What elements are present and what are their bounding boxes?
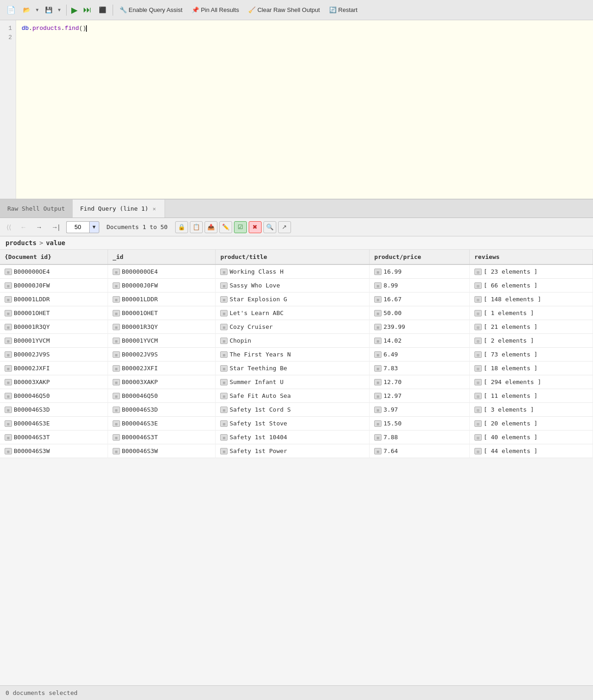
cell-doc-icon: ⊞	[374, 434, 382, 441]
page-size-input[interactable]	[66, 221, 89, 233]
table-cell-reviews: ⊟[ 21 elements ]	[470, 320, 593, 334]
table-row[interactable]: ⊞B000046S3W⊞B000046S3W⊞Safety 1st Power⊞…	[0, 444, 593, 458]
table-cell: ⊞B000046S3T	[0, 430, 108, 444]
frame-button[interactable]: ⬛	[95, 5, 110, 15]
edit-button[interactable]: ✏️	[219, 221, 232, 233]
col-header-docid[interactable]: {Document id}	[0, 250, 108, 264]
nav-prev-button[interactable]: ←	[17, 223, 29, 232]
table-row[interactable]: ⊞B00003XAKP⊞B00003XAKP⊞Summer Infant U⊞1…	[0, 375, 593, 389]
cell-doc-icon: ⊞	[220, 393, 228, 399]
cell-doc-icon: ⊞	[220, 269, 228, 275]
open-button[interactable]: 📂	[20, 5, 33, 15]
cell-doc-icon: ⊞	[5, 324, 12, 330]
table-row[interactable]: ⊞B00001LDDR⊞B00001LDDR⊞Star Explosion G⊞…	[0, 293, 593, 306]
tab-raw-shell-output-label: Raw Shell Output	[7, 205, 65, 212]
table-row[interactable]: ⊞B00001OHET⊞B00001OHET⊞Let's Learn ABC⊞5…	[0, 306, 593, 320]
cell-doc-icon: ⊞	[5, 365, 12, 372]
expand-button[interactable]: ↗	[278, 221, 291, 233]
cell-doc-icon: ⊞	[374, 379, 382, 385]
clear-raw-shell-button[interactable]: 🧹 Clear Raw Shell Output	[245, 5, 324, 15]
editor-content[interactable]: db.products.find()	[16, 20, 593, 199]
add-document-button[interactable]: 📋	[190, 221, 203, 233]
cell-doc-icon: ⊞	[113, 407, 120, 413]
tab-find-query-label: Find Query (line 1)	[80, 205, 148, 212]
table-row[interactable]: ⊞B000000OE4⊞B000000OE4⊞Working Class H⊞1…	[0, 264, 593, 279]
cell-doc-icon: ⊞	[220, 448, 228, 454]
status-label: 0 documents selected	[6, 689, 78, 696]
table-row[interactable]: ⊞B000046S3T⊞B000046S3T⊞Safety 1st 10404⊞…	[0, 430, 593, 444]
table-row[interactable]: ⊞B00001YVCM⊞B00001YVCM⊞Chopin⊞14.02⊟[ 2 …	[0, 334, 593, 348]
enable-query-assist-button[interactable]: 🔧 Enable Query Assist	[116, 5, 186, 15]
line-number-1: 1	[0, 24, 16, 33]
col-header-product-title[interactable]: product/title	[216, 250, 370, 264]
table-row[interactable]: ⊞B00001R3QY⊞B00001R3QY⊞Cozy Cruiser⊞239.…	[0, 320, 593, 334]
nav-last-button[interactable]: →|	[49, 223, 63, 232]
code-editor[interactable]: 1 2 db.products.find()	[0, 20, 593, 200]
cell-doc-icon: ⊞	[5, 420, 12, 427]
table-cell-reviews: ⊟[ 3 elements ]	[470, 403, 593, 417]
table-row[interactable]: ⊞B00002JV9S⊞B00002JV9S⊞The First Years N…	[0, 348, 593, 361]
play-button[interactable]: ▶	[69, 4, 80, 16]
tab-raw-shell-output[interactable]: Raw Shell Output	[0, 200, 73, 218]
table-cell: ⊞B00000J0FW	[0, 279, 108, 293]
cell-doc-icon: ⊞	[220, 310, 228, 316]
tab-find-query[interactable]: Find Query (line 1) ✕	[73, 200, 165, 218]
export-button[interactable]: 📤	[205, 221, 217, 233]
open-dropdown-button[interactable]: ▼	[33, 6, 41, 14]
table-cell-reviews: ⊟[ 294 elements ]	[470, 375, 593, 389]
step-button[interactable]: ⏭	[81, 4, 93, 16]
cell-doc-icon: ⊞	[374, 351, 382, 358]
save-dropdown-button[interactable]: ▼	[55, 6, 63, 14]
cell-doc-icon: ⊞	[374, 407, 382, 413]
table-row[interactable]: ⊞B00002JXFI⊞B00002JXFI⊞Star Teething Be⊞…	[0, 361, 593, 375]
col-header-reviews[interactable]: reviews	[470, 250, 593, 264]
table-cell: ⊞12.97	[370, 389, 470, 403]
lock-button[interactable]: 🔒	[175, 221, 188, 233]
tab-close-button[interactable]: ✕	[151, 205, 157, 212]
restart-button[interactable]: 🔄 Restart	[325, 5, 361, 15]
cell-doc-icon: ⊞	[374, 296, 382, 303]
table-cell: ⊞Safety 1st Stove	[216, 417, 370, 430]
table-row[interactable]: ⊞B00000J0FW⊞B00000J0FW⊞Sassy Who Love⊞8.…	[0, 279, 593, 293]
cell-doc-icon: ⊞	[113, 434, 120, 441]
col-header-id[interactable]: _id	[108, 250, 215, 264]
table-row[interactable]: ⊞B000046Q50⊞B000046Q50⊞Safe Fit Auto Sea…	[0, 389, 593, 403]
col-header-product-price[interactable]: product/price	[370, 250, 470, 264]
search-button[interactable]: 🔍	[263, 221, 276, 233]
table-cell-reviews: ⊟[ 73 elements ]	[470, 348, 593, 361]
cell-doc-icon: ⊞	[374, 282, 382, 289]
cell-doc-icon: ⊞	[220, 338, 228, 344]
cell-doc-icon: ⊞	[113, 393, 120, 399]
save-button[interactable]: 💾	[42, 5, 55, 15]
new-file-button[interactable]: 📄	[3, 4, 19, 16]
nav-next-button[interactable]: →	[33, 223, 45, 232]
table-cell: ⊞B00002JV9S	[108, 348, 215, 361]
table-cell-reviews: ⊟[ 148 elements ]	[470, 293, 593, 306]
nav-first-button[interactable]: ⟨⟨	[4, 223, 14, 232]
cell-doc-icon: ⊞	[5, 296, 12, 303]
table-cell: ⊞B000046S3E	[108, 417, 215, 430]
delete-button[interactable]: ✖	[249, 221, 262, 233]
cell-doc-icon: ⊞	[220, 420, 228, 427]
table-cell: ⊞B00002JXFI	[108, 361, 215, 375]
table-row[interactable]: ⊞B000046S3D⊞B000046S3D⊞Safety 1st Cord S…	[0, 403, 593, 417]
pin-all-results-button[interactable]: 📌 Pin All Results	[188, 5, 243, 15]
table-cell: ⊞B000046S3E	[0, 417, 108, 430]
cell-doc-icon: ⊞	[113, 296, 120, 303]
table-cell: ⊞239.99	[370, 320, 470, 334]
table-row[interactable]: ⊞B000046S3E⊞B000046S3E⊞Safety 1st Stove⊞…	[0, 417, 593, 430]
check-button[interactable]: ☑	[234, 221, 247, 233]
cell-array-icon: ⊟	[474, 310, 482, 316]
line-numbers: 1 2	[0, 20, 16, 199]
breadcrumb-collection[interactable]: products	[6, 239, 36, 247]
open-split-button: 📂 ▼	[20, 5, 41, 15]
table-cell: ⊞The First Years N	[216, 348, 370, 361]
table-cell: ⊞B000000OE4	[0, 264, 108, 279]
table-cell: ⊞Safety 1st Power	[216, 444, 370, 458]
table-cell: ⊞3.97	[370, 403, 470, 417]
page-size-dropdown[interactable]: ▼	[89, 221, 99, 233]
table-cell: ⊞Let's Learn ABC	[216, 306, 370, 320]
table-cell: ⊞B000046S3T	[108, 430, 215, 444]
cell-doc-icon: ⊞	[5, 434, 12, 441]
table-cell: ⊞6.49	[370, 348, 470, 361]
